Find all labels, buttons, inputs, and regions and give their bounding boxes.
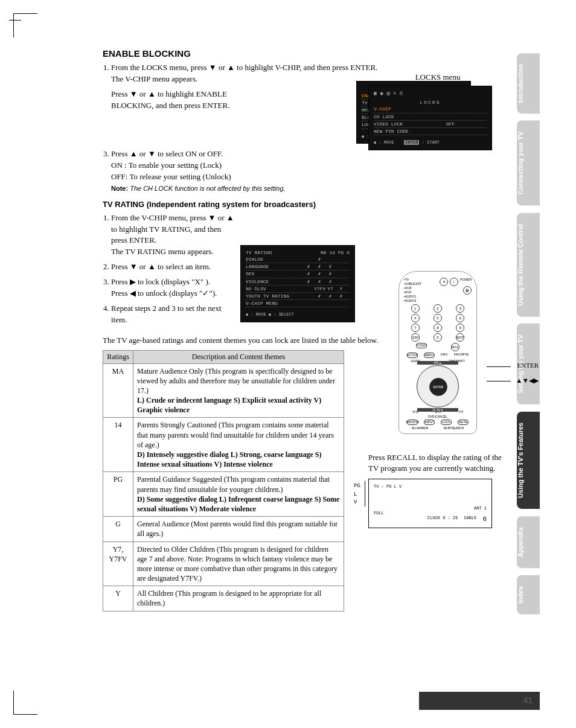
remote-bottom-label: SLOW/REW xyxy=(412,426,429,430)
ratings-header-right: Description and Content themes xyxy=(133,350,344,363)
number-button[interactable]: ENT xyxy=(456,333,464,342)
osd-tvr-cols: MA 14 PG G xyxy=(321,249,350,256)
callout-arrows: ▲▼◀▶ xyxy=(516,377,539,385)
number-button[interactable]: 0 xyxy=(434,333,442,342)
number-button[interactable]: 2 xyxy=(434,304,442,313)
number-button[interactable]: 100 xyxy=(411,333,420,342)
osd-tv-rating: TV RATING MA 14 PG G DIALOG✗LANGUAGE✗✗✗S… xyxy=(240,245,355,322)
remote-diagram: •TV•CABLE/SAT•VCR•DVD•AUDIO1•AUDIO2 ☀ ☾ … xyxy=(398,271,477,434)
remote-mode-label: •VCR xyxy=(404,286,421,290)
number-button[interactable]: 6 xyxy=(456,314,464,322)
recall-clock: CLOCK 9 : 25 xyxy=(427,516,458,523)
osd-tvr-row: YOUTH TV RATING✗✗✗ xyxy=(246,293,350,300)
callout-line xyxy=(487,381,511,382)
osd-locks: ▦ ◉ ▤ ≡ ⎙ LOCKS V–CHIPCH LOCKVIDEO LOCKO… xyxy=(368,86,492,150)
osd-tvr-row: DIALOG✗ xyxy=(246,256,350,263)
tvr-step2: Press ▼ or ▲ to select an item. xyxy=(111,262,211,271)
table-row: Y7, Y7FVDirected to Older Children (This… xyxy=(103,541,344,586)
heading-enable-blocking: ENABLE BLOCKING xyxy=(103,48,477,59)
enter-button[interactable]: ENTER xyxy=(429,378,447,396)
number-button[interactable]: 1 xyxy=(411,304,420,313)
sleep-button[interactable]: ☾ xyxy=(450,278,458,286)
recall-left-labels: PG L V xyxy=(354,482,360,507)
page-number: 41 xyxy=(523,695,533,705)
osd-tvr-row: LANGUAGE✗✗✗ xyxy=(246,263,350,270)
osd-locks-row: V–CHIP xyxy=(374,106,487,113)
remote-mode-label: •CABLE/SAT xyxy=(404,282,421,286)
tvr-step4: Repeat steps 2 and 3 to set the next ite… xyxy=(111,304,222,324)
menu-icon: ◉ xyxy=(380,90,383,97)
osd-tvr-row: V–CHIP MENU xyxy=(246,300,350,307)
table-row: PGParental Guidance Suggested (This prog… xyxy=(103,472,344,517)
tvr-step3a: Press ▶ to lock (displays "X" ). xyxy=(111,277,210,286)
remote-mode-label: •AUDIO1 xyxy=(404,295,421,299)
steps-tv-rating: From the V-CHIP menu, press ▼ or ▲ to hi… xyxy=(111,212,238,330)
menu-icon: ⎙ xyxy=(400,90,403,97)
remote-bottom-button[interactable]: LOCK xyxy=(441,420,452,425)
light-button[interactable]: ☀ xyxy=(440,278,448,286)
osd-tvr-row: VIOLENCE✗✗✗ xyxy=(246,278,350,286)
ratings-header-left: Ratings xyxy=(103,350,133,363)
step-1-text: From the LOCKS menu, press ▼ or ▲ to hig… xyxy=(111,63,377,72)
callout-line xyxy=(487,366,511,367)
osd-locks-enter-badge: ENTER xyxy=(404,140,419,145)
rcl-button[interactable]: RCL xyxy=(451,343,459,351)
osd-tvr-row: NO DLSVY7FVY7Y xyxy=(246,286,350,293)
osd-locks-row: NEW PIN CODE xyxy=(374,128,487,135)
recall-full: FULL xyxy=(374,511,384,516)
power-label: POWER xyxy=(460,278,472,286)
callout-enter: ENTER xyxy=(517,362,539,369)
remote-bottom-label: SKIP/SEARCH xyxy=(444,426,464,430)
number-button[interactable]: 5 xyxy=(434,314,442,322)
number-button[interactable]: 8 xyxy=(434,324,442,332)
table-row: YAll Children (This program is designed … xyxy=(103,586,344,611)
number-button[interactable]: 7 xyxy=(411,324,420,332)
step-2-text: Press ▼ or ▲ to highlight ENABLE BLOCKIN… xyxy=(111,89,229,110)
tvr-step1: From the V-CHIP menu, press ▼ or ▲ to hi… xyxy=(111,213,234,245)
recall-channel: 6 xyxy=(482,516,487,523)
osd-locks-row: CH LOCK xyxy=(374,113,487,121)
number-button[interactable]: 9 xyxy=(456,324,464,332)
menu-icon: ▤ xyxy=(387,90,390,97)
osd-tvr-footer: ◉ : MOVE ◉ : SELECT xyxy=(246,312,350,318)
number-button[interactable]: 4 xyxy=(411,314,420,322)
remote-bottom-button[interactable]: MUTE xyxy=(458,420,469,425)
recall-text: Press RECALL to display the rating of th… xyxy=(368,452,507,474)
dpad[interactable]: PIP▲ ENTER TV AV▼ xyxy=(417,365,459,407)
tvsat-button[interactable]: TV/SAT xyxy=(416,343,427,348)
power-button[interactable]: ⏻ xyxy=(463,286,472,295)
ratings-table: Ratings Description and Content themes M… xyxy=(103,350,344,611)
osd-recall: TV – PG L V ANT 1 FULL CLOCK 9 : 25 CABL… xyxy=(368,479,492,528)
table-row: 14Parents Strongly Cautioned (This progr… xyxy=(103,418,344,472)
remote-bottom-button[interactable]: INPUT xyxy=(424,420,435,425)
recall-cable: CABLE xyxy=(464,516,476,523)
tvr-step1-sub: The TV RATING menu appears. xyxy=(111,246,238,258)
remote-mode-label: •DVD xyxy=(404,290,421,295)
remote-bottom-button[interactable]: DVD/STB xyxy=(407,420,418,425)
locks-menu-title: LOCKS menu xyxy=(368,72,507,82)
remote-mode-label: •TV xyxy=(404,278,421,282)
osd-tvr-title: TV RATING xyxy=(246,249,272,256)
table-row: MAMature Audience Only (This program is … xyxy=(103,363,344,418)
number-button[interactable]: 3 xyxy=(456,304,464,313)
tvr-step3b: Press ◀ to unlock (displays "✓"). xyxy=(111,288,238,299)
action-button[interactable]: ACTION xyxy=(407,353,418,358)
menu-icon: ≡ xyxy=(393,90,396,97)
osd-tvr-row: SEX✗✗✗ xyxy=(246,270,350,278)
recall-main: TV – PG L V xyxy=(374,484,487,489)
osd-locks-footer-start: : START xyxy=(419,140,440,145)
table-row: GGeneral Audience (Most parents would fi… xyxy=(103,517,344,541)
remote-mode-label: •AUDIO2 xyxy=(404,299,421,303)
osd-locks-row: VIDEO LOCKOFF xyxy=(374,121,487,128)
bracket xyxy=(365,481,365,506)
step-3-text: Press ▲ or ▼ to select ON or OFF. xyxy=(111,149,223,158)
osd-locks-title: LOCKS xyxy=(374,99,487,106)
osd-locks-footer-move: ◉ : MOVE xyxy=(374,140,394,145)
recall-ant: ANT 1 xyxy=(474,506,487,511)
menu-button[interactable]: MENU xyxy=(424,353,435,358)
menu-icon: ▦ xyxy=(374,90,377,97)
